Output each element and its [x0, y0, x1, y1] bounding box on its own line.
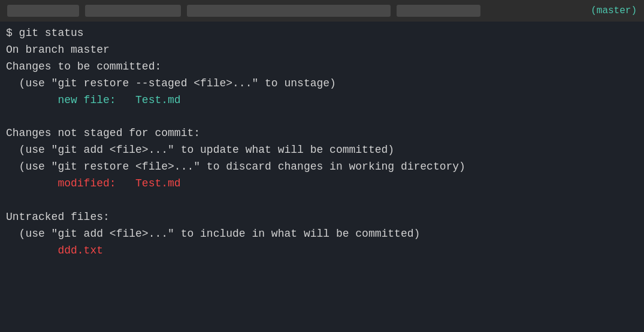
terminal-window: (master) $ git status On branch master C… — [0, 0, 644, 332]
branch-line: On branch master — [6, 42, 638, 59]
unstaged-hint-1: (use "git add <file>..." to update what … — [6, 142, 638, 159]
command-prompt: $ git status — [6, 25, 638, 42]
spacer-1 — [6, 108, 638, 125]
title-bar-content — [7, 5, 591, 17]
untracked-hint: (use "git add <file>..." to include in w… — [6, 226, 638, 243]
untracked-header: Untracked files: — [6, 209, 638, 226]
staged-file: new file: Test.md — [6, 92, 638, 109]
blurred-section-1 — [7, 5, 79, 17]
terminal-content: $ git status On branch master Changes to… — [0, 22, 644, 265]
staged-header: Changes to be committed: — [6, 59, 638, 76]
blurred-section-4 — [397, 5, 480, 17]
unstaged-header: Changes not staged for commit: — [6, 125, 638, 142]
staged-hint: (use "git restore --staged <file>..." to… — [6, 76, 638, 92]
unstaged-file: modified: Test.md — [6, 176, 638, 192]
blurred-section-2 — [85, 5, 181, 17]
title-bar: (master) — [0, 0, 644, 22]
untracked-file: ddd.txt — [6, 243, 638, 259]
unstaged-hint-2: (use "git restore <file>..." to discard … — [6, 159, 638, 176]
spacer-2 — [6, 192, 638, 209]
blurred-section-3 — [187, 5, 391, 17]
branch-indicator: (master) — [591, 5, 637, 16]
